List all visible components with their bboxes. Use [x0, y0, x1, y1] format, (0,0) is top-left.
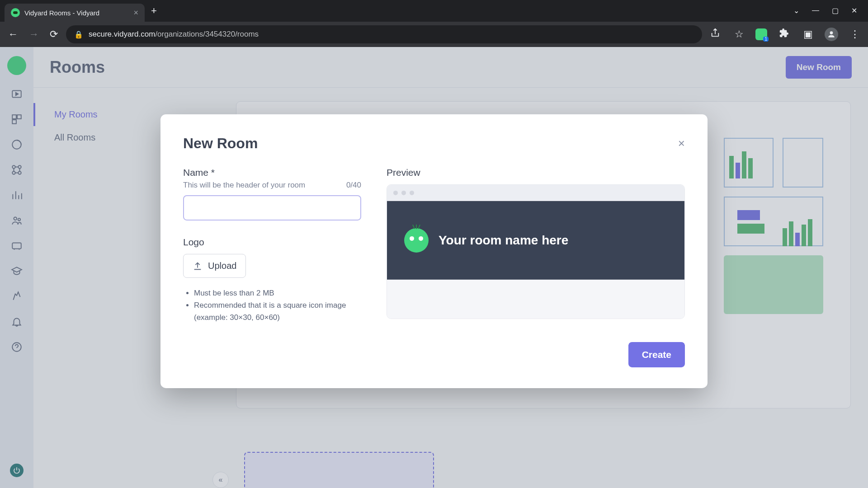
address-bar[interactable]: 🔒 secure.vidyard.com/organizations/34543… [66, 25, 702, 43]
forward-button[interactable]: → [26, 26, 42, 43]
tab-title: Vidyard Rooms - Vidyard [24, 9, 99, 17]
vidyard-extension-icon[interactable]: 1 [755, 28, 767, 40]
requirement-item: Must be less than 2 MB [194, 287, 361, 299]
browser-tab-strip: Vidyard Rooms - Vidyard × + ⌄ — ▢ ✕ [0, 0, 868, 22]
requirement-item: Recommended that it is a square icon ima… [194, 299, 361, 324]
url-text: secure.vidyard.com/organizations/3454320… [89, 30, 259, 39]
preview-logo-icon [404, 228, 429, 253]
upload-icon [193, 261, 203, 271]
preview-label: Preview [387, 167, 685, 178]
upload-logo-button[interactable]: Upload [183, 254, 246, 278]
preview-room-name: Your room name here [439, 233, 568, 248]
tabs-dropdown-icon[interactable]: ⌄ [793, 6, 799, 15]
side-panel-icon[interactable]: ▣ [801, 26, 816, 43]
favicon-icon [11, 8, 20, 17]
create-room-button[interactable]: Create [628, 342, 685, 367]
upload-label: Upload [208, 261, 236, 271]
close-window-icon[interactable]: ✕ [851, 6, 857, 15]
maximize-icon[interactable]: ▢ [832, 6, 839, 15]
profile-avatar[interactable] [825, 28, 838, 41]
name-field-label: Name * [183, 167, 361, 178]
browser-tab[interactable]: Vidyard Rooms - Vidyard × [5, 4, 145, 22]
name-char-counter: 0/40 [346, 181, 361, 190]
logo-field-label: Logo [183, 237, 361, 248]
svg-point-0 [830, 31, 833, 34]
new-room-modal: New Room × Name * This will be the heade… [160, 114, 708, 388]
extensions-icon[interactable] [776, 25, 792, 43]
room-name-input[interactable] [183, 195, 361, 221]
logo-requirements: Must be less than 2 MB Recommended that … [183, 287, 361, 324]
back-button[interactable]: ← [5, 26, 21, 43]
close-modal-button[interactable]: × [678, 136, 685, 150]
close-tab-icon[interactable]: × [133, 8, 138, 18]
reload-button[interactable]: ⟳ [47, 26, 61, 43]
new-tab-button[interactable]: + [151, 5, 157, 17]
room-preview: Your room name here [387, 184, 685, 319]
browser-toolbar: ← → ⟳ 🔒 secure.vidyard.com/organizations… [0, 22, 868, 47]
lock-icon: 🔒 [74, 30, 83, 39]
share-icon[interactable] [708, 25, 723, 43]
bookmark-icon[interactable]: ☆ [732, 26, 746, 43]
name-field-hint: This will be the header of your room [183, 181, 305, 190]
minimize-icon[interactable]: — [812, 6, 819, 15]
extension-badge: 1 [763, 37, 769, 42]
preview-browser-chrome [387, 185, 684, 201]
menu-icon[interactable]: ⋮ [847, 26, 863, 43]
modal-title: New Room [183, 135, 258, 152]
